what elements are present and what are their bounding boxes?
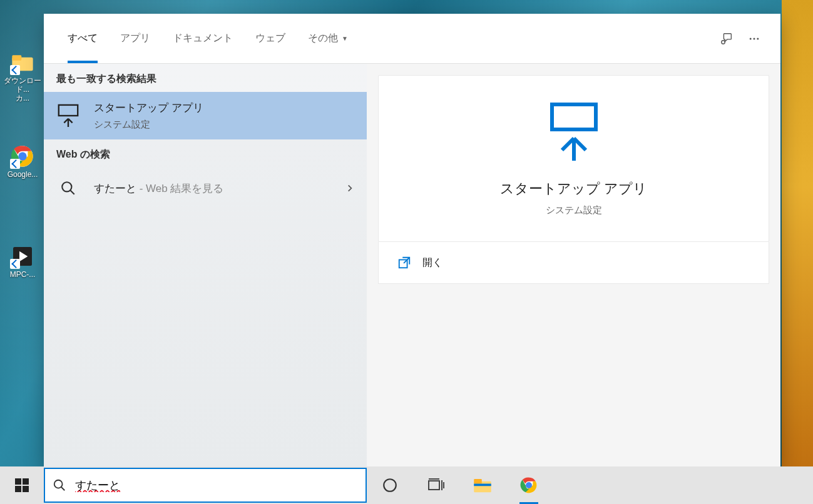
svg-point-22 [384,479,396,491]
search-icon [53,478,66,492]
action-open[interactable]: 開く [397,256,750,270]
result-title: スタートアップ アプリ [94,101,203,115]
shortcut-arrow-icon [10,259,20,269]
search-results-panel: すべて アプリ ドキュメント ウェブ その他▼ 最も一致する検索結果 スタートア… [44,14,780,466]
feedback-button[interactable] [713,25,740,53]
action-label: 開く [422,256,442,270]
shortcut-arrow-icon [10,65,20,75]
shortcut-arrow-icon [10,159,20,169]
taskbar [0,466,813,504]
svg-line-21 [61,487,65,491]
desktop-icon-downloads[interactable]: ダウンロード...カ... [2,50,43,103]
search-results-list: 最も一致する検索結果 スタートアップ アプリ システム設定 Web の検索 すた… [44,64,367,466]
svg-rect-28 [474,479,482,484]
tab-documents[interactable]: ドキュメント [161,14,244,63]
taskbar-file-explorer[interactable] [459,466,506,504]
svg-point-20 [54,480,63,488]
taskbar-search-box[interactable] [44,468,367,503]
svg-rect-23 [429,481,439,490]
svg-rect-14 [552,104,596,129]
search-detail-pane: スタートアップ アプリ システム設定 開く [367,64,780,466]
svg-point-9 [754,38,755,39]
svg-rect-1 [12,55,21,60]
taskbar-chrome[interactable] [506,466,552,504]
web-query: すたーと [94,183,136,194]
section-header-web: Web の検索 [44,139,367,168]
chevron-right-icon [345,184,354,193]
desktop-icon-mpc[interactable]: MPC-... [2,244,43,279]
search-icon [56,176,80,200]
svg-point-8 [750,38,752,39]
more-options-button[interactable] [740,25,768,53]
web-suffix: - Web 結果を見る [136,183,223,194]
svg-point-10 [757,38,759,39]
taskbar-task-view[interactable] [413,466,459,504]
taskbar-cortana[interactable] [367,466,413,504]
result-startup-apps[interactable]: スタートアップ アプリ システム設定 [44,92,367,139]
detail-title: スタートアップ アプリ [391,179,756,198]
svg-point-31 [526,482,532,488]
open-external-icon [397,256,411,270]
tab-all[interactable]: すべて [56,14,109,63]
svg-rect-19 [23,486,29,492]
svg-point-12 [62,182,71,191]
result-web-search[interactable]: すたーと - Web 結果を見る [44,168,367,209]
section-header-best-match: 最も一致する検索結果 [44,64,367,92]
start-button[interactable] [0,466,44,504]
desktop-icon-label: ダウンロード... [4,76,41,94]
tab-apps[interactable]: アプリ [109,14,161,63]
desktop-icon-label: MPC-... [2,270,43,279]
svg-point-7 [722,40,725,44]
search-tabs: すべて アプリ ドキュメント ウェブ その他▼ [44,14,780,64]
wallpaper-detail [782,0,813,466]
svg-rect-16 [15,478,21,485]
tab-web[interactable]: ウェブ [244,14,297,63]
desktop-icon-chrome[interactable]: Google... [2,144,43,179]
svg-rect-18 [15,486,21,492]
svg-rect-29 [474,484,491,486]
startup-settings-icon [546,101,602,163]
svg-point-4 [19,153,26,159]
chevron-down-icon: ▼ [342,35,348,42]
tab-more[interactable]: その他▼ [297,14,359,63]
startup-settings-icon [56,104,80,128]
detail-subtitle: システム設定 [391,204,756,216]
svg-rect-17 [23,478,29,485]
result-subtitle: システム設定 [94,119,203,131]
svg-line-13 [70,190,74,194]
desktop-icon-label: Google... [2,170,43,179]
svg-rect-11 [59,105,78,116]
detail-card: スタートアップ アプリ システム設定 [378,75,769,242]
search-input[interactable] [75,479,358,492]
